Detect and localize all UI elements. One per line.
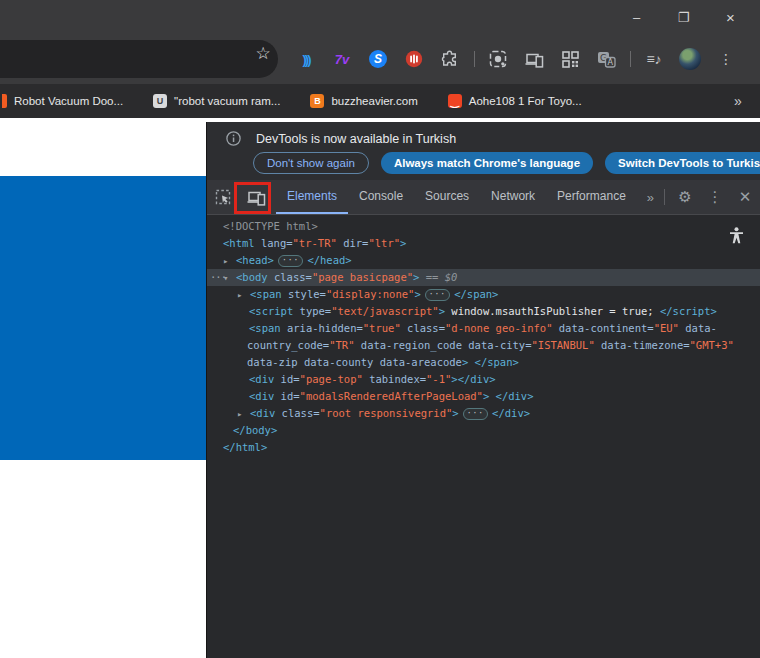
code-token: id= <box>274 390 299 402</box>
inspect-element-icon[interactable] <box>215 189 232 206</box>
collapsed-content-ellipsis[interactable]: ··· <box>278 255 303 267</box>
minimize-button[interactable]: – <box>613 0 660 34</box>
code-token: style= <box>282 288 326 300</box>
toolbar-separator <box>468 34 480 84</box>
expand-arrow-closed-icon[interactable]: ▸ <box>237 287 250 304</box>
devtools-infobar: DevTools is now available in Turkish Don… <box>207 122 760 180</box>
devtools-tab-performance[interactable]: Performance <box>546 180 637 214</box>
shazam-extension-icon[interactable]: S <box>360 34 396 84</box>
code-token: "text/javascript" <box>331 305 438 317</box>
devtools-tab-console[interactable]: Console <box>348 180 414 214</box>
bookmarks-overflow-chevron-icon[interactable]: » <box>716 93 760 109</box>
node-options-dots-icon[interactable]: ··· <box>210 269 226 286</box>
device-toolbar-icon[interactable] <box>247 189 266 206</box>
code-line[interactable]: ▸<div class="root responsivegrid">···</d… <box>207 405 760 422</box>
code-line[interactable]: ▸<head>···</head> <box>207 252 760 269</box>
page-viewport <box>0 118 206 658</box>
code-token: <div <box>249 390 274 402</box>
code-token: <div <box>250 407 275 419</box>
code-token: "TR" <box>329 339 354 351</box>
extensions-puzzle-icon[interactable] <box>432 34 468 84</box>
bookmark-item[interactable]: Robot Vacuum Doo... <box>2 94 123 108</box>
qr-code-icon[interactable] <box>552 34 588 84</box>
code-token: data- <box>679 322 717 334</box>
browser-menu-dots-icon[interactable]: ⋮ <box>708 34 744 84</box>
devtools-menu-dots-icon[interactable]: ⋮ <box>705 188 725 206</box>
code-token: "display:none" <box>326 288 415 300</box>
code-token: "true" <box>363 322 401 334</box>
maximize-button[interactable]: ❐ <box>660 0 707 34</box>
code-line[interactable]: ···▾<body class="page basicpage"> == $0 <box>207 269 760 286</box>
info-icon <box>226 131 241 146</box>
infobar-button[interactable]: Switch DevTools to Turkish <box>605 152 760 174</box>
devtools-tab-network[interactable]: Network <box>480 180 546 214</box>
address-bar[interactable] <box>0 40 278 78</box>
code-token: </script> <box>660 305 717 317</box>
code-line[interactable]: <html lang="tr-TR" dir="ltr"> <box>207 235 760 252</box>
infobar-button[interactable]: Always match Chrome's language <box>381 152 593 174</box>
screen-capture-icon[interactable] <box>480 34 516 84</box>
code-token: </span> <box>454 288 498 300</box>
code-token: "GMT+3" <box>690 339 734 351</box>
red-circle-extension-icon[interactable] <box>396 34 432 84</box>
code-token: "EU" <box>654 322 679 334</box>
voice-wave-extension-icon[interactable]: ))) <box>288 34 324 84</box>
collapsed-content-ellipsis[interactable]: ··· <box>463 408 488 420</box>
bookmark-item[interactable]: U"robot vacuum ram... <box>153 94 280 108</box>
code-token: </html> <box>223 441 267 453</box>
code-token: "modalsRenderedAfterPageLoad" <box>300 390 483 402</box>
code-token: <script <box>249 305 293 317</box>
toolbar-divider <box>664 189 665 205</box>
code-line[interactable]: </body> <box>207 422 760 439</box>
code-line[interactable]: <span aria-hidden="true" class="d-none g… <box>207 320 760 337</box>
devtools-settings-gear-icon[interactable]: ⚙ <box>675 188 695 206</box>
code-line[interactable]: ▸<span style="display:none">···</span> <box>207 286 760 303</box>
device-emulation-icon[interactable] <box>516 34 552 84</box>
code-token: dir= <box>337 237 369 249</box>
code-token: data-continent= <box>552 322 653 334</box>
devtools-tab-elements[interactable]: Elements <box>276 180 348 214</box>
code-line[interactable]: <div id="page-top" tabindex="-1"></div> <box>207 371 760 388</box>
media-playlist-icon[interactable]: ≡♪ <box>636 34 672 84</box>
code-token: > </span> <box>462 356 519 368</box>
code-line[interactable]: <!DOCTYPE html> <box>207 218 760 235</box>
bookmark-item[interactable]: ‿Aohe108 1 For Toyo... <box>448 94 582 108</box>
code-token: > <box>452 407 458 419</box>
code-line[interactable]: data-zip data-county data-areacode> </sp… <box>207 354 760 371</box>
devtools-close-icon[interactable]: ✕ <box>735 188 755 206</box>
code-token: "d-none geo-info" <box>445 322 552 334</box>
code-line[interactable]: <script type="text/javascript"> window.m… <box>207 303 760 320</box>
code-token: data-timezone= <box>595 339 690 351</box>
code-token: "ISTANBUL" <box>532 339 595 351</box>
bookmark-items: Robot Vacuum Doo...U"robot vacuum ram...… <box>0 94 716 108</box>
purple-extension-icon[interactable]: 7v <box>324 34 360 84</box>
collapsed-content-ellipsis[interactable]: ··· <box>425 289 450 301</box>
bookmark-item[interactable]: Bbuzzheavier.com <box>310 94 417 108</box>
code-line[interactable]: <div id="modalsRenderedAfterPageLoad"> <… <box>207 388 760 405</box>
expand-arrow-closed-icon[interactable]: ▸ <box>223 253 236 270</box>
infobar-button[interactable]: Don't show again <box>253 152 369 174</box>
code-token: country_code= <box>247 339 329 351</box>
code-line[interactable]: country_code="TR" data-region_code data-… <box>207 337 760 354</box>
translate-icon[interactable]: GA <box>588 34 624 84</box>
bookmark-star-icon[interactable]: ☆ <box>248 38 278 68</box>
code-token: id= <box>274 373 299 385</box>
code-token: "page basicpage" <box>312 271 413 283</box>
devtools-tab-sources[interactable]: Sources <box>414 180 480 214</box>
expand-arrow-closed-icon[interactable]: ▸ <box>237 406 250 423</box>
code-token: class= <box>268 271 312 283</box>
code-token: class= <box>275 407 319 419</box>
close-button[interactable]: × <box>707 0 754 34</box>
browser-toolbar: ☆ )))7vSGA≡♪⋮ <box>0 34 760 84</box>
code-token: type= <box>293 305 331 317</box>
code-line[interactable]: </html> <box>207 439 760 456</box>
profile-avatar[interactable] <box>672 34 708 84</box>
code-token: </body> <box>233 424 277 436</box>
code-token: aria-hidden= <box>281 322 363 334</box>
code-token: <span <box>249 322 281 334</box>
bookmark-favicon: B <box>310 94 324 108</box>
more-tabs-chevron-icon[interactable]: » <box>637 180 664 214</box>
devtools-panel: DevTools is now available in Turkish Don… <box>206 122 760 658</box>
bookmark-label: Robot Vacuum Doo... <box>14 95 123 107</box>
code-token: "-1" <box>426 373 451 385</box>
